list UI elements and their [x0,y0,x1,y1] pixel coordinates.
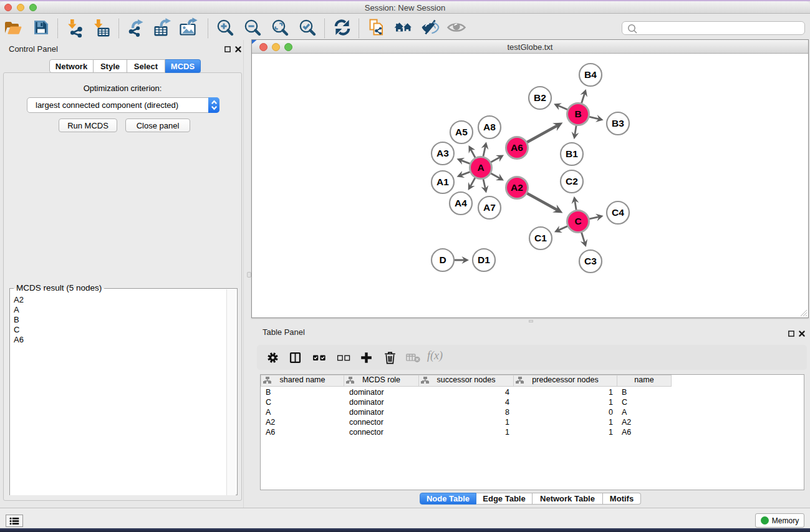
svg-text:A8: A8 [483,122,496,132]
svg-text:B3: B3 [612,118,624,128]
svg-text:A: A [477,162,484,173]
svg-text:A3: A3 [436,148,449,158]
svg-text:A6: A6 [511,142,523,153]
svg-text:A4: A4 [455,198,467,208]
svg-text:C: C [574,216,581,226]
svg-text:A1: A1 [436,177,449,187]
svg-text:D: D [439,254,446,265]
svg-text:B4: B4 [584,69,597,80]
svg-text:C4: C4 [612,207,624,218]
svg-text:B1: B1 [566,148,578,159]
svg-text:B: B [574,109,581,119]
svg-text:A2: A2 [511,182,523,193]
svg-text:C3: C3 [584,256,597,266]
svg-text:C1: C1 [534,233,547,243]
svg-text:A5: A5 [455,127,468,137]
svg-text:D1: D1 [478,254,490,265]
svg-text:C2: C2 [566,176,578,186]
svg-text:B2: B2 [534,92,546,103]
svg-text:A7: A7 [483,202,496,213]
